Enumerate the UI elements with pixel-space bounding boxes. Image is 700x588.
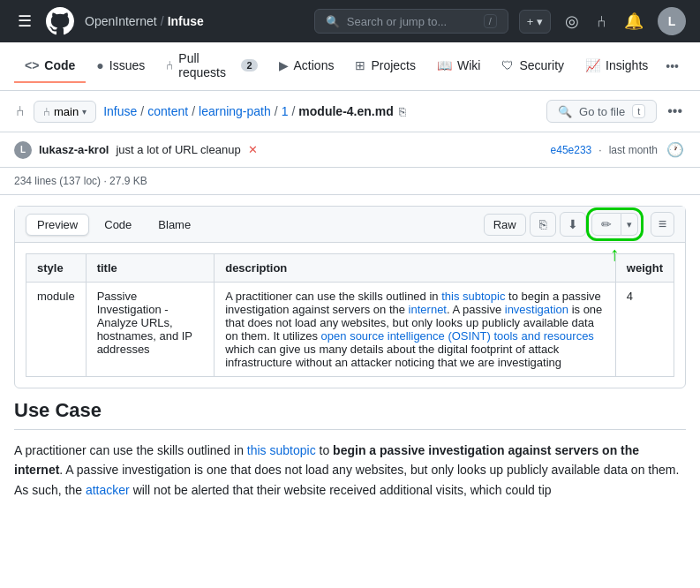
code-tab-icon: <> <box>25 58 39 72</box>
green-arrow-indicator: ↑ <box>610 243 620 266</box>
commit-history-icon[interactable]: 🕐 <box>665 139 686 160</box>
tab-code[interactable]: <> Code <box>14 49 86 83</box>
file-path: Infuse / content / learning-path / 1 / m… <box>103 103 539 120</box>
pull-requests-icon-button[interactable]: ⑃ <box>593 9 610 34</box>
insights-tab-label: Insights <box>606 58 648 72</box>
file-path-filename: module-4.en.md <box>298 104 393 118</box>
commit-x-icon: ✕ <box>248 143 258 156</box>
list-view-button[interactable]: ≡ <box>651 212 674 237</box>
file-size: 27.9 KB <box>109 175 147 187</box>
tab-more-button[interactable]: ••• <box>659 50 686 82</box>
copy-path-icon[interactable]: ⎘ <box>397 103 408 120</box>
file-search-button[interactable]: 🔍 Go to file t <box>546 100 657 123</box>
table-header-description: description <box>215 254 616 283</box>
wiki-tab-icon: 📖 <box>437 58 452 72</box>
projects-tab-label: Projects <box>371 58 416 72</box>
security-tab-label: Security <box>519 58 564 72</box>
table-cell-description: A practitioner can use the skills outlin… <box>215 283 616 377</box>
description-text-part5: which can give us many details about the… <box>225 343 561 369</box>
code-button[interactable]: Code <box>93 214 143 236</box>
search-placeholder: Search or jump to... <box>347 15 477 28</box>
commit-message: just a lot of URL cleanup <box>116 143 240 156</box>
file-path-bar: ⑃ ⑃ main ▾ Infuse / content / learning-p… <box>0 91 700 132</box>
use-case-link-1: this subtopic <box>247 443 316 457</box>
module-table: style title description weight module Pa… <box>26 253 674 377</box>
notifications-icon-button[interactable]: 🔔 <box>621 8 647 34</box>
use-case-text-2: to <box>316 443 333 457</box>
security-tab-icon: 🛡 <box>501 58 514 72</box>
path-sep-1: / <box>140 104 144 118</box>
tab-actions[interactable]: ▶ Actions <box>268 49 345 83</box>
tab-wiki[interactable]: 📖 Wiki <box>426 49 491 83</box>
table-header-title: title <box>86 254 215 283</box>
file-meta: 234 lines (137 loc) · 27.9 KB <box>0 168 700 195</box>
tab-issues[interactable]: ● Issues <box>86 49 155 83</box>
tab-insights[interactable]: 📈 Insights <box>575 49 659 83</box>
blame-button[interactable]: Blame <box>147 214 202 236</box>
code-tab-label: Code <box>44 58 75 72</box>
description-link-3: investigation <box>505 303 568 316</box>
path-sep-3: / <box>275 104 278 118</box>
tab-nav: <> Code ● Issues ⑃ Pull requests 2 ▶ Act… <box>0 42 700 91</box>
avatar[interactable]: L <box>658 7 686 35</box>
branch-name: main <box>54 105 79 118</box>
commit-avatar: L <box>14 141 32 159</box>
download-icon-button[interactable]: ⬇ <box>560 212 586 237</box>
description-link-4: open source intelligence (OSINT) tools a… <box>321 329 594 343</box>
table-header-style: style <box>26 254 87 283</box>
actions-tab-icon: ▶ <box>279 58 289 72</box>
description-text-part1: A practitioner can use the skills outlin… <box>225 290 441 303</box>
table-row: module Passive Investigation - Analyze U… <box>26 283 674 377</box>
tab-projects[interactable]: ⊞ Projects <box>344 49 426 83</box>
raw-button[interactable]: Raw <box>484 214 526 236</box>
file-search-label: Go to file <box>579 105 625 118</box>
file-search-shortcut: t <box>632 104 645 118</box>
description-text-part3: . A passive <box>447 303 505 316</box>
use-case-title: Use Case <box>14 399 686 430</box>
table-cell-style: module <box>26 283 87 377</box>
commit-hash[interactable]: e45e233 <box>551 144 592 156</box>
breadcrumb-separator: / <box>161 14 164 28</box>
use-case-paragraph: A practitioner can use the skills outlin… <box>14 441 686 500</box>
preview-button[interactable]: Preview <box>26 214 89 236</box>
breadcrumb-repo[interactable]: Infuse <box>168 14 204 28</box>
file-line-count: 234 lines (137 loc) <box>14 175 101 187</box>
pr-tab-badge: 2 <box>241 59 257 72</box>
tab-pull-requests[interactable]: ⑃ Pull requests 2 <box>155 42 267 90</box>
breadcrumb-org[interactable]: OpenInternet <box>85 14 157 28</box>
hamburger-icon[interactable]: ☰ <box>14 8 35 34</box>
actions-tab-label: Actions <box>294 58 335 72</box>
table-header-weight: weight <box>615 254 674 283</box>
table-cell-weight: 4 <box>615 283 674 377</box>
insights-tab-icon: 📈 <box>585 58 600 72</box>
github-logo[interactable] <box>46 7 74 35</box>
tab-security[interactable]: 🛡 Security <box>491 49 575 83</box>
wiki-tab-label: Wiki <box>457 58 480 72</box>
fork-branch-icon[interactable]: ⑃ <box>14 102 26 121</box>
file-path-root[interactable]: Infuse <box>103 104 137 118</box>
file-path-learning-path[interactable]: learning-path <box>199 104 271 118</box>
file-path-1[interactable]: 1 <box>282 104 289 118</box>
edit-pencil-button[interactable]: ✏ <box>591 213 621 236</box>
nav-search[interactable]: 🔍 Search or jump to... / <box>314 9 508 34</box>
plus-menu-button[interactable]: + ▾ <box>519 10 551 34</box>
use-case-link-2: attacker <box>86 483 130 497</box>
pr-tab-label: Pull requests <box>178 51 236 79</box>
issues-tab-label: Issues <box>109 58 145 72</box>
description-link-1: this subtopic <box>441 290 505 303</box>
copy-icon-button[interactable]: ⎘ <box>530 212 556 237</box>
issues-icon-button[interactable]: ◎ <box>561 8 583 34</box>
description-link-2: internet <box>409 303 447 316</box>
commit-time: last month <box>609 144 658 156</box>
edit-dropdown-button[interactable]: ▾ <box>621 213 638 236</box>
file-more-button[interactable]: ••• <box>664 100 686 123</box>
branch-selector[interactable]: ⑃ main ▾ <box>34 101 96 123</box>
search-icon-small: 🔍 <box>558 105 572 118</box>
branch-chevron-icon: ▾ <box>82 107 87 117</box>
use-case-text-1: A practitioner can use the skills outlin… <box>14 443 247 457</box>
commit-author[interactable]: lukasz-a-krol <box>39 143 109 156</box>
file-content: style title description weight module Pa… <box>15 243 685 388</box>
file-path-content[interactable]: content <box>147 104 188 118</box>
use-case-section: Use Case A practitioner can use the skil… <box>0 399 700 514</box>
search-icon: 🔍 <box>326 15 340 28</box>
